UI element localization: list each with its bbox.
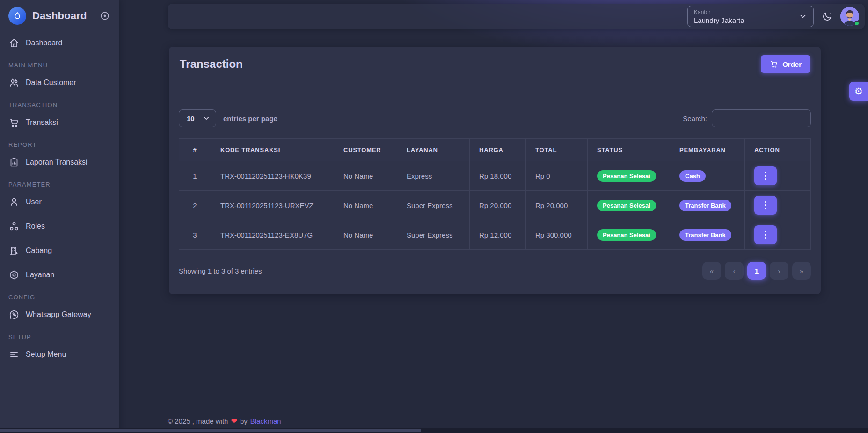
sidebar-section-parameter: PARAMETER [8,181,111,188]
brand-title: Dashboard [32,10,94,22]
order-button[interactable]: Order [761,55,810,73]
search-group: Search: [683,109,811,127]
sidebar-item-user[interactable]: User [0,193,119,211]
sidebar-item-dashboard[interactable]: Dashboard [0,34,119,52]
cell-status: Pesanan Selesai [588,191,670,220]
pagination-prev-button[interactable]: ‹ [725,262,744,280]
sidebar-section-setup: SETUP [8,333,111,340]
cell-kode: TRX-001120251123-EX8U7G [211,220,334,250]
gear-icon: ⚙ [854,86,863,97]
building-icon [8,245,20,256]
table-header-row: # KODE TRANSAKSI CUSTOMER LAYANAN HARGA … [179,139,811,161]
cart-icon [8,117,20,128]
cell-action [745,191,811,220]
cell-layanan: Super Express [397,220,470,250]
status-badge: Pesanan Selesai [597,200,656,211]
cell-pembayaran: Cash [670,161,745,191]
cell-status: Pesanan Selesai [588,220,670,250]
office-select-value: Laundry Jakarta [694,16,798,24]
horizontal-scrollbar[interactable] [0,428,868,433]
card-header: Transaction Order [169,47,821,73]
cell-customer: No Name [334,161,397,191]
cell-no: 1 [179,161,211,191]
pagination: « ‹ 1 › » [702,262,811,280]
sidebar-item-cabang[interactable]: Cabang [0,241,119,260]
topbar: Kantor Laundry Jakarta [168,4,865,29]
pagination-page-1-button[interactable]: 1 [747,262,766,280]
sidebar-item-label: Layanan [26,271,54,279]
payment-badge: Transfer Bank [679,229,731,241]
pagination-next-button[interactable]: › [770,262,788,280]
entries-select-value: 10 [187,115,195,123]
cell-kode: TRX-001120251123-URXEVZ [211,191,334,220]
sidebar-item-label: Data Customer [26,79,76,87]
sidebar-item-setup-menu[interactable]: Setup Menu [0,345,119,364]
entries-per-page: 10 entries per page [179,109,277,127]
cart-icon [770,60,778,68]
cell-kode: TRX-001120251123-HK0K39 [211,161,334,191]
ellipsis-icon [765,172,766,173]
users-icon [8,77,20,88]
footer-by-text: by [240,417,248,425]
sidebar-item-laporan-transaksi[interactable]: Laporan Transaksi [0,153,119,172]
office-select-texts: Kantor Laundry Jakarta [694,9,798,24]
sidebar-item-label: User [26,198,42,206]
transaction-card: Transaction Order 10 entries per page [169,47,821,294]
sidebar-section-config: CONFIG [8,294,111,301]
order-button-label: Order [782,60,802,68]
sidebar-item-label: Transaksi [26,118,58,127]
user-icon [8,196,20,208]
table-footer: Showing 1 to 3 of 3 entries « ‹ 1 › » [169,262,821,280]
sidebar-collapse-toggle-icon[interactable] [100,11,110,21]
sidebar: Dashboard Dashboard MAIN MENU [0,0,119,433]
cell-pembayaran: Transfer Bank [670,191,745,220]
table-row: 1 TRX-001120251123-HK0K39 No Name Expres… [179,161,811,191]
cell-customer: No Name [334,191,397,220]
sidebar-item-transaksi[interactable]: Transaksi [0,113,119,132]
col-header-action: ACTION [745,139,811,161]
pagination-last-button[interactable]: » [792,262,811,280]
col-header-customer: CUSTOMER [334,139,397,161]
cell-pembayaran: Transfer Bank [670,220,745,250]
scrollbar-thumb[interactable] [0,429,421,432]
sidebar-item-whatsapp-gateway[interactable]: Whatsapp Gateway [0,305,119,324]
droplet-logo-icon [8,7,26,25]
cell-customer: No Name [334,220,397,250]
payment-badge: Cash [679,170,706,182]
sidebar-item-label: Cabang [26,246,52,255]
hexagon-dot-icon [8,269,20,281]
menu-lines-icon [8,349,20,360]
col-header-kode: KODE TRANSAKSI [211,139,334,161]
row-actions-button[interactable] [754,225,777,244]
sidebar-section-report: REPORT [8,141,111,148]
cell-harga: Rp 18.000 [470,161,526,191]
chevron-down-icon [798,12,808,21]
cell-action [745,220,811,250]
col-header-total: TOTAL [526,139,588,161]
settings-customizer-button[interactable]: ⚙ [849,82,868,101]
sidebar-section-main-menu: MAIN MENU [8,62,111,69]
office-select[interactable]: Kantor Laundry Jakarta [687,6,814,27]
sidebar-item-layanan[interactable]: Layanan [0,266,119,284]
row-actions-button[interactable] [754,196,777,215]
table-row: 3 TRX-001120251123-EX8U7G No Name Super … [179,220,811,250]
col-header-layanan: LAYANAN [397,139,470,161]
sidebar-item-roles[interactable]: Roles [0,217,119,236]
row-actions-button[interactable] [754,166,777,185]
sidebar-item-data-customer[interactable]: Data Customer [0,73,119,92]
transactions-table: # KODE TRANSAKSI CUSTOMER LAYANAN HARGA … [179,138,811,250]
dark-mode-toggle-moon-icon[interactable] [821,11,833,22]
col-header-no: # [179,139,211,161]
page-title: Transaction [180,58,243,71]
circles-icon [8,221,20,232]
pagination-first-button[interactable]: « [702,262,721,280]
footer-author-link[interactable]: Blackman [250,417,281,425]
cell-total: Rp 300.000 [526,220,588,250]
user-avatar[interactable] [840,7,859,26]
page-footer: © 2025 , made with ❤ by Blackman [168,417,281,426]
search-input[interactable] [712,109,811,127]
entries-select[interactable]: 10 [179,109,216,127]
sidebar-item-label: Setup Menu [26,350,66,359]
sidebar-item-label: Roles [26,222,45,231]
online-status-dot [854,21,860,26]
